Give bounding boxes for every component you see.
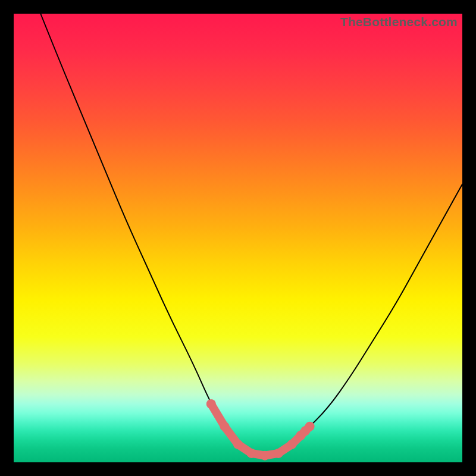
chart-frame: TheBottleneck.com	[0, 0, 476, 476]
marker-dot	[220, 422, 229, 431]
marker-dot	[247, 449, 256, 458]
curve-svg	[14, 14, 462, 462]
bottleneck-curve	[40, 14, 462, 455]
plot-area: TheBottleneck.com	[14, 14, 462, 462]
marker-dot	[260, 451, 270, 461]
marker-dot	[274, 449, 283, 458]
marker-dot	[233, 440, 243, 449]
marker-dot	[305, 422, 315, 431]
marker-dot	[206, 399, 216, 409]
highlight-markers	[206, 399, 315, 461]
marker-dot	[287, 440, 296, 449]
